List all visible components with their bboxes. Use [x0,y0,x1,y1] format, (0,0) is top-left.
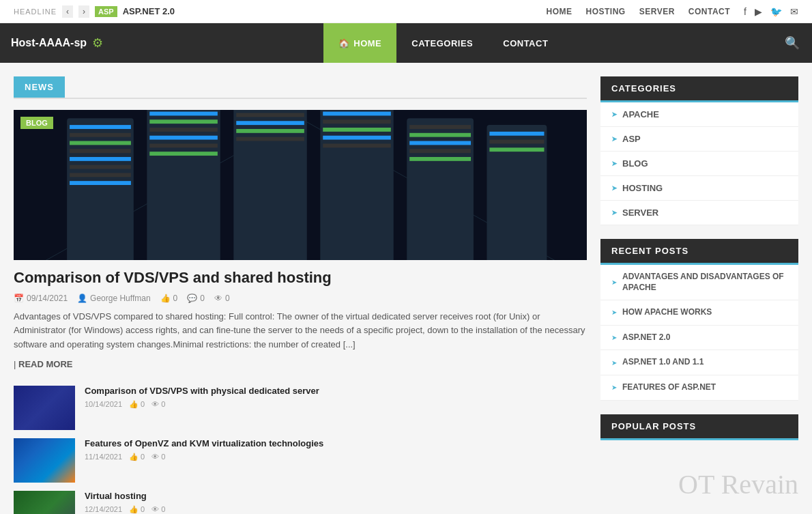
chevron-right-icon: ➤ [611,184,617,192]
category-item: ➤ SERVER [600,201,798,225]
featured-post-image: BLOG [14,110,587,260]
news-section-header: NEWS [14,76,587,99]
featured-post-title: Comparison of VDS/VPS and shared hosting [14,268,587,288]
article-title[interactable]: Virtual hosting [85,491,587,502]
recent-post-title: ASP.NET 2.0 [622,332,670,343]
categories-header: CATEGORIES [600,76,798,102]
post-meta: 📅 09/14/2021 👤 George Huffman 👍 0 💬 0 👁 [14,294,587,303]
chevron-right-icon: ➤ [611,209,617,216]
svg-rect-34 [409,133,471,137]
top-nav-server[interactable]: SERVER [639,7,675,16]
headline-label: HEADLINE [14,8,57,16]
top-nav-contact[interactable]: CONTACT [688,7,730,16]
top-nav-hosting[interactable]: HOSTING [586,7,626,16]
svg-rect-32 [407,118,474,260]
article-views: 👁 0 [151,453,165,461]
recent-post-title: HOW APACHE WORKS [622,307,712,318]
logo-gear-icon: ⚙ [92,35,103,51]
article-views: 👁 0 [151,505,165,514]
main-nav-categories[interactable]: CATEGORIES [396,23,488,63]
svg-rect-29 [323,128,391,132]
chevron-right-icon: ➤ [611,160,617,167]
main-nav-categories-label: CATEGORIES [411,38,473,48]
svg-rect-19 [149,152,218,156]
svg-rect-9 [70,157,131,161]
blog-badge: BLOG [20,117,53,129]
article-meta: 12/14/2021 👍 0 👁 0 [85,505,587,514]
svg-rect-37 [409,157,471,161]
read-more[interactable]: | READ MORE [14,359,587,369]
asp-badge: ASP [95,6,117,17]
user-icon: 👤 [77,294,87,303]
twitter-icon[interactable]: 🐦 [770,6,782,17]
post-views: 👁 0 [214,294,230,303]
chevron-right-icon: ➤ [611,135,617,143]
article-title[interactable]: Features of OpenVZ and KVM virtualizatio… [85,438,587,450]
svg-rect-36 [409,149,471,153]
svg-rect-15 [149,119,218,124]
recent-post-item[interactable]: ➤ ADVANTAGES AND DISADVANTAGES OF APACHE [600,265,798,300]
recent-post-title: ASP.NET 1.0 AND 1.1 [622,357,704,368]
svg-rect-18 [149,143,218,147]
article-meta: 10/14/2021 👍 0 👁 0 [85,400,587,409]
facebook-icon[interactable]: f [744,6,746,17]
svg-rect-22 [236,113,304,117]
article-thumb [14,438,75,483]
prev-arrow[interactable]: ‹ [62,5,73,18]
svg-rect-7 [70,141,131,145]
top-nav-home[interactable]: HOME [547,7,572,16]
svg-rect-30 [323,136,391,140]
svg-rect-12 [70,181,131,185]
chevron-right-icon: ➤ [611,384,617,391]
recent-post-item[interactable]: ➤ FEATURES OF ASP.NET [600,375,798,401]
article-thumb [14,491,75,514]
email-icon[interactable]: ✉ [790,6,798,17]
recent-post-item[interactable]: ➤ HOW APACHE WORKS [600,300,798,326]
article-likes: 👍 0 [129,400,145,409]
category-link[interactable]: ➤ SERVER [600,201,798,225]
main-nav-home-label: HOME [353,38,381,48]
datacenter-svg [14,110,587,260]
next-arrow[interactable]: › [78,5,89,18]
svg-rect-39 [489,132,544,136]
category-list: ➤ APACHE ➤ ASP ➤ BLOG ➤ HOSTING ➤ SERVER [600,102,798,225]
category-link[interactable]: ➤ APACHE [600,102,798,126]
svg-rect-23 [236,121,304,125]
article-title[interactable]: Comparison of VDS/VPS with physical dedi… [85,386,587,397]
svg-rect-28 [323,119,391,124]
category-link[interactable]: ➤ BLOG [600,152,798,175]
svg-rect-6 [70,133,131,137]
svg-rect-35 [409,141,471,145]
svg-rect-10 [70,165,131,169]
sidebar: CATEGORIES ➤ APACHE ➤ ASP ➤ BLOG ➤ HOSTI… [600,76,798,514]
chevron-right-icon: ➤ [611,359,617,367]
main-nav-contact[interactable]: CONTACT [488,23,563,63]
category-link[interactable]: ➤ HOSTING [600,176,798,200]
article-item: Virtual hosting 12/14/2021 👍 0 👁 0 [14,491,587,514]
svg-rect-26 [320,110,393,260]
like-icon: 👍 [160,294,171,303]
recent-post-item[interactable]: ➤ ASP.NET 2.0 [600,326,798,351]
article-info: Features of OpenVZ and KVM virtualizatio… [85,438,587,461]
post-likes: 👍 0 [160,294,178,303]
category-label: ASP [622,134,641,144]
search-button[interactable]: 🔍 [772,35,812,51]
categories-section: CATEGORIES ➤ APACHE ➤ ASP ➤ BLOG ➤ HOSTI… [600,76,798,225]
popular-posts-section: POPULAR POSTS [600,414,798,440]
youtube-icon[interactable]: ▶ [755,6,762,17]
main-nav-contact-label: CONTACT [503,38,548,48]
calendar-icon: 📅 [14,294,24,303]
main-nav-home[interactable]: 🏠 HOME [323,23,397,63]
recent-post-item[interactable]: ➤ ASP.NET 1.0 AND 1.1 [600,350,798,375]
svg-rect-25 [236,137,304,141]
top-bar: HEADLINE ‹ › ASP ASP.NET 2.0 HOME HOSTIN… [0,0,812,23]
content-wrapper: NEWS BLOG [0,63,812,514]
social-icons: f ▶ 🐦 ✉ [744,6,798,17]
category-link[interactable]: ➤ ASP [600,127,798,151]
category-item: ➤ BLOG [600,152,798,176]
main-nav: Host-AAAA-sp ⚙ 🏠 HOME CATEGORIES CONTACT… [0,23,812,63]
news-label: NEWS [14,76,65,98]
post-comments: 💬 0 [187,294,205,303]
svg-rect-40 [489,140,544,144]
top-bar-right: HOME HOSTING SERVER CONTACT f ▶ 🐦 ✉ [547,6,798,17]
